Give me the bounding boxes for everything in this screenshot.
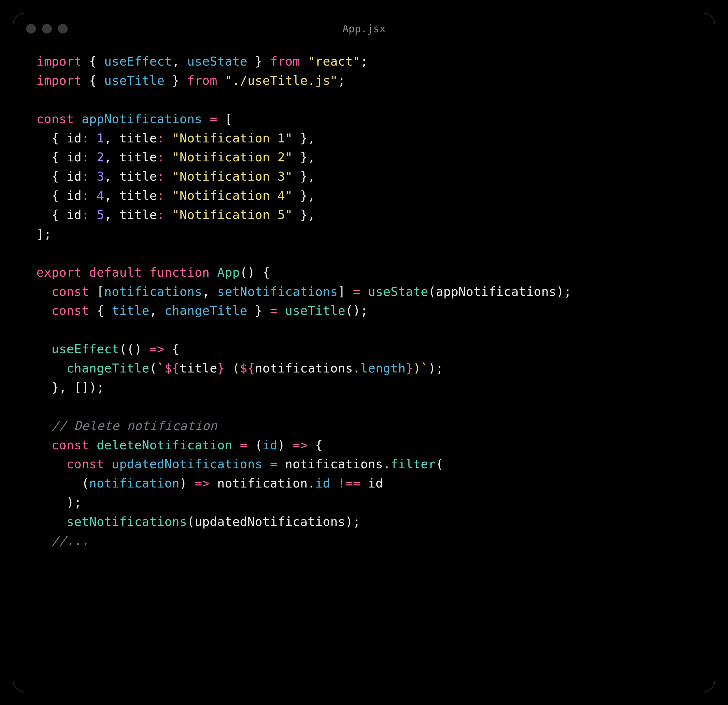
code-token: 5 (97, 208, 104, 222)
code-token: : (157, 188, 164, 203)
code-line: // Delete notification (36, 416, 692, 435)
code-token: // Delete notification (52, 419, 217, 433)
code-token (36, 419, 52, 433)
code-token: , (104, 150, 120, 164)
code-token (36, 515, 66, 529)
code-token: (() (119, 342, 149, 356)
code-token: : (81, 188, 89, 203)
code-line: const deleteNotification = (id) => { (36, 435, 692, 455)
code-token: ` (157, 361, 164, 375)
code-token: length (360, 361, 406, 375)
code-token: changeTitle (165, 303, 247, 318)
code-token: ); (428, 361, 443, 375)
code-token: setNotifications (217, 284, 338, 299)
code-token: useTitle (104, 73, 165, 88)
code-token: "react" (308, 54, 360, 68)
code-token (165, 188, 172, 203)
code-token: ${ (240, 361, 255, 375)
code-token (36, 438, 52, 452)
zoom-icon[interactable] (58, 24, 68, 33)
code-token: = (270, 457, 277, 471)
close-icon[interactable] (26, 24, 36, 33)
code-token: notifications. (255, 361, 361, 375)
code-token: { (36, 208, 66, 222)
code-token: 4 (97, 188, 104, 203)
code-line (36, 320, 692, 339)
code-token: ( (436, 457, 443, 471)
code-line: export default function App() { (36, 263, 692, 282)
code-token: = (353, 284, 360, 299)
code-token: changeTitle (66, 361, 149, 375)
code-token (36, 284, 52, 299)
code-token (217, 73, 225, 88)
code-token (36, 303, 52, 318)
code-token: from (270, 54, 300, 68)
code-token: title (119, 150, 157, 164)
code-token: => (293, 438, 308, 452)
code-line: changeTitle(`${title} (${notifications.l… (36, 359, 692, 378)
code-token: updatedNotifications (112, 457, 263, 471)
code-token: useEffect (52, 342, 120, 356)
code-token (263, 457, 270, 471)
code-token: : (157, 169, 164, 183)
code-token (165, 131, 172, 145)
code-token (36, 342, 52, 356)
code-token: "./useTitle.js" (225, 73, 338, 88)
code-token (165, 150, 172, 164)
code-line (36, 90, 692, 110)
code-token: import (36, 73, 81, 88)
code-token: from (187, 73, 217, 88)
code-token: default (89, 265, 142, 280)
code-token: : (81, 169, 89, 183)
code-token (81, 265, 89, 280)
code-token: title (119, 208, 157, 222)
code-line: import { useEffect, useState } from "rea… (36, 52, 692, 71)
code-token (165, 208, 172, 222)
code-token (89, 150, 97, 164)
code-token: id (66, 188, 82, 203)
code-token: const (52, 438, 89, 452)
code-token: const (52, 303, 89, 318)
code-token: () { (240, 265, 270, 280)
code-token: ` (421, 361, 428, 375)
code-token: //... (52, 533, 89, 548)
code-token (210, 265, 217, 280)
code-token (165, 169, 172, 183)
code-token: }, (293, 208, 315, 222)
code-token: "Notification 3" (172, 169, 292, 183)
code-token: ( (149, 361, 157, 375)
code-line: useEffect(() => { (36, 339, 692, 359)
code-token: { (36, 169, 66, 183)
code-token: { (36, 188, 66, 203)
code-token (89, 438, 97, 452)
code-token: id (360, 476, 383, 490)
code-editor-content[interactable]: import { useEffect, useState } from "rea… (13, 44, 715, 566)
code-token: ]; (36, 227, 52, 241)
minimize-icon[interactable] (42, 24, 52, 33)
code-token: filter (391, 457, 436, 471)
code-token (360, 284, 368, 299)
code-token: { (308, 438, 323, 452)
code-line: { id: 3, title: "Notification 3" }, (36, 167, 692, 186)
code-token: ] (338, 284, 353, 299)
code-token: : (157, 208, 164, 222)
code-token (89, 131, 97, 145)
code-token: => (149, 342, 165, 356)
code-token: notifications (104, 284, 202, 299)
code-token (89, 169, 97, 183)
code-token: id (263, 438, 277, 452)
code-token: title (119, 188, 157, 203)
editor-window: App.jsx import { useEffect, useState } f… (13, 13, 715, 692)
code-token: const (66, 457, 104, 471)
code-line: import { useTitle } from "./useTitle.js"… (36, 71, 692, 90)
code-token: useTitle (285, 303, 345, 318)
code-token: [ (217, 112, 233, 126)
code-token: 1 (97, 131, 104, 145)
code-token: }, (293, 169, 315, 183)
code-line: }, []); (36, 378, 692, 397)
code-token: { (36, 131, 66, 145)
code-token (89, 188, 97, 203)
code-line: { id: 4, title: "Notification 4" }, (36, 186, 692, 205)
code-token (36, 457, 66, 471)
code-token: : (81, 131, 89, 145)
